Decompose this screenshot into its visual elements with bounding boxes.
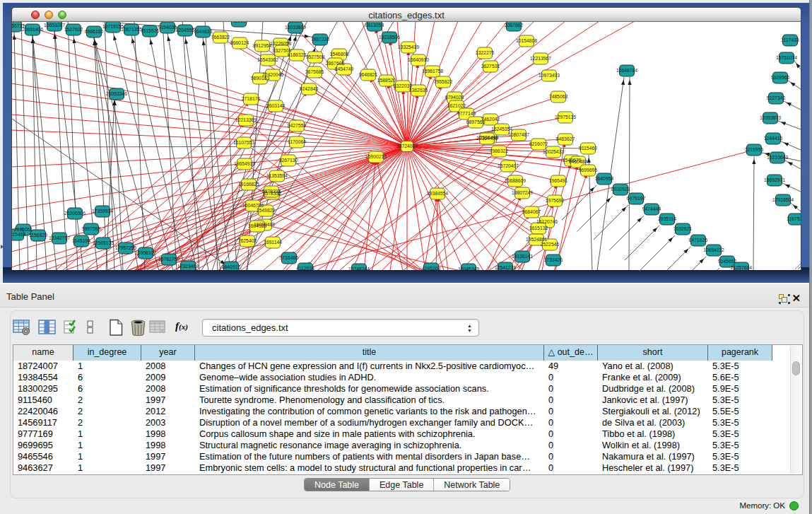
- svg-text:19524861: 19524861: [526, 237, 547, 242]
- svg-text:12213369: 12213369: [235, 117, 257, 122]
- svg-text:12975135: 12975135: [555, 115, 576, 119]
- svg-text:16782759: 16782759: [158, 257, 180, 262]
- svg-text:9527508: 9527508: [306, 54, 325, 59]
- svg-text:1640954: 1640954: [595, 176, 614, 181]
- svg-text:3267130: 3267130: [279, 158, 298, 163]
- svg-text:9329966: 9329966: [771, 75, 790, 80]
- svg-text:7663822: 7663822: [211, 35, 230, 40]
- svg-text:9840512: 9840512: [222, 264, 241, 269]
- svg-text:1621022: 1621022: [447, 103, 466, 108]
- svg-text:21257684: 21257684: [731, 265, 752, 270]
- svg-text:7625402: 7625402: [238, 238, 257, 243]
- svg-text:9646821: 9646821: [359, 72, 378, 77]
- svg-text:3915484: 3915484: [12, 232, 25, 237]
- svg-text:12213967: 12213967: [530, 56, 551, 61]
- svg-text:16245354: 16245354: [491, 127, 512, 132]
- svg-text:7644633: 7644633: [194, 29, 213, 34]
- svg-text:1965491: 1965491: [549, 178, 568, 183]
- svg-text:10154808: 10154808: [516, 38, 537, 43]
- svg-text:1733426: 1733426: [544, 257, 563, 262]
- svg-text:18807249: 18807249: [512, 190, 533, 195]
- svg-text:17359934: 17359934: [92, 209, 113, 214]
- svg-text:26053346: 26053346: [106, 91, 127, 96]
- svg-text:12323468: 12323468: [177, 264, 199, 269]
- svg-text:1156829: 1156829: [29, 233, 47, 238]
- svg-text:8660124: 8660124: [230, 40, 249, 45]
- svg-text:19654933: 19654933: [234, 161, 255, 166]
- svg-text:16210643: 16210643: [767, 155, 788, 160]
- svg-text:3675685: 3675685: [305, 69, 324, 74]
- svg-text:9245652: 9245652: [718, 259, 737, 264]
- svg-text:1362635: 1362635: [409, 88, 428, 93]
- svg-text:7462042: 7462042: [481, 117, 500, 122]
- svg-text:9777149: 9777149: [457, 111, 476, 116]
- svg-text:20364456: 20364456: [476, 136, 498, 141]
- svg-text:12505135: 12505135: [93, 240, 114, 245]
- svg-text:10671355: 10671355: [121, 27, 142, 32]
- svg-text:20691406: 20691406: [22, 27, 43, 32]
- svg-text:15751074: 15751074: [776, 55, 797, 60]
- svg-text:8938923: 8938923: [611, 187, 630, 192]
- svg-text:7485063: 7485063: [549, 94, 568, 99]
- svg-text:16120746: 16120746: [536, 219, 558, 224]
- svg-text:9684067: 9684067: [522, 209, 541, 214]
- svg-text:6216072: 6216072: [529, 141, 548, 146]
- svg-text:9997588: 9997588: [82, 226, 101, 231]
- svg-text:1322275: 1322275: [476, 50, 495, 55]
- svg-text:1546808: 1546808: [330, 52, 349, 57]
- svg-text:13226058: 13226058: [270, 41, 291, 46]
- svg-text:6966160: 6966160: [85, 29, 104, 34]
- svg-text:5878332: 5878332: [262, 189, 281, 194]
- svg-text:26206506: 26206506: [64, 211, 86, 216]
- svg-text:19166825: 19166825: [238, 182, 259, 187]
- svg-text:2867608: 2867608: [326, 61, 345, 66]
- svg-text:12541238: 12541238: [495, 265, 516, 270]
- svg-text:7955822: 7955822: [434, 79, 453, 84]
- svg-text:10688609: 10688609: [505, 178, 526, 183]
- svg-text:2087662: 2087662: [505, 23, 524, 28]
- svg-text:1167534: 1167534: [787, 216, 801, 221]
- svg-text:16961758: 16961758: [422, 69, 443, 74]
- svg-text:19384554: 19384554: [427, 191, 448, 196]
- svg-text:8912954: 8912954: [253, 43, 272, 48]
- svg-text:8186323: 8186323: [288, 52, 307, 57]
- svg-text:1527602: 1527602: [64, 27, 83, 32]
- svg-text:15720407: 15720407: [498, 163, 519, 168]
- svg-text:16107553: 16107553: [233, 140, 254, 145]
- svg-text:8471626: 8471626: [689, 238, 708, 243]
- svg-text:10973493: 10973493: [539, 73, 560, 78]
- svg-text:9115460: 9115460: [579, 146, 597, 151]
- svg-text:22420046: 22420046: [262, 72, 283, 77]
- svg-text:10653287: 10653287: [44, 23, 65, 28]
- svg-text:2135061: 2135061: [14, 227, 33, 232]
- svg-text:16543362: 16543362: [257, 57, 278, 62]
- svg-text:16033809: 16033809: [285, 25, 306, 30]
- svg-text:1604989: 1604989: [248, 223, 267, 228]
- svg-text:9474444: 9474444: [642, 206, 661, 211]
- svg-text:1975692: 1975692: [546, 198, 565, 203]
- svg-text:2522546: 2522546: [541, 242, 560, 247]
- svg-text:13045349: 13045349: [458, 267, 479, 270]
- svg-text:1691144: 1691144: [264, 240, 282, 245]
- svg-text:7515526: 7515526: [141, 28, 160, 33]
- svg-text:4429607: 4429607: [230, 22, 249, 23]
- svg-text:15900213: 15900213: [365, 154, 387, 159]
- svg-text:13325419: 13325419: [398, 45, 419, 49]
- svg-text:9699695: 9699695: [579, 168, 598, 173]
- svg-text:9242848: 9242848: [300, 86, 319, 91]
- svg-text:17016504: 17016504: [772, 197, 794, 202]
- svg-text:10807487: 10807487: [508, 132, 529, 137]
- svg-text:8813054: 8813054: [365, 23, 384, 28]
- svg-text:4245263: 4245263: [422, 266, 441, 270]
- svg-text:16640910: 16640910: [408, 57, 429, 62]
- svg-text:1615132: 1615132: [529, 226, 548, 230]
- svg-text:17957255: 17957255: [115, 245, 136, 250]
- svg-text:9194035: 9194035: [158, 25, 177, 30]
- svg-text:6794028: 6794028: [445, 95, 464, 100]
- svg-text:3627531: 3627531: [481, 64, 500, 69]
- svg-text:2935114: 2935114: [658, 216, 676, 221]
- svg-text:8427552: 8427552: [288, 123, 307, 128]
- svg-text:6479197: 6479197: [627, 196, 646, 201]
- svg-text:1244415: 1244415: [764, 136, 783, 141]
- svg-text:2718176: 2718176: [242, 96, 261, 101]
